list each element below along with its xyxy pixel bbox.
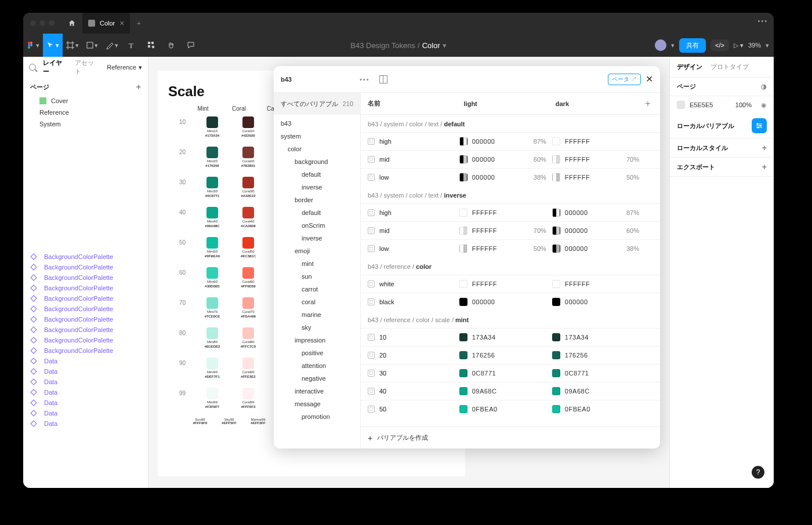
minimize-dot[interactable]: [39, 20, 45, 26]
tree-node[interactable]: sun: [274, 270, 360, 283]
swatch-cell[interactable]: Coral30#A52E22: [239, 177, 258, 198]
variable-row[interactable]: 10173A34173A34: [361, 328, 660, 346]
layer-item[interactable]: BackgroundColorPalette: [23, 304, 148, 314]
visibility-icon[interactable]: [756, 101, 767, 109]
layer-item[interactable]: Data: [23, 398, 148, 408]
variable-row[interactable]: lowFFFFFF50%00000038%: [361, 239, 660, 257]
swatch-cell[interactable]: Coral40#CA3828: [239, 207, 258, 228]
close-modal-button[interactable]: ✕: [646, 74, 653, 85]
add-variable-button[interactable]: +バリアブルを作成: [361, 426, 660, 449]
page-item-reference[interactable]: Reference: [23, 107, 148, 118]
layer-item[interactable]: BackgroundColorPalette: [23, 283, 148, 293]
tree-node[interactable]: message: [274, 398, 360, 410]
variable-row[interactable]: whiteFFFFFFFFFFFF: [361, 275, 660, 293]
layer-item[interactable]: BackgroundColorPalette: [23, 345, 148, 356]
variable-row[interactable]: highFFFFFF00000087%: [361, 203, 660, 221]
tree-node[interactable]: background: [274, 155, 360, 168]
swatch-cell[interactable]: Mint60#30D0B5: [203, 267, 222, 288]
tree-node[interactable]: marine: [274, 308, 360, 321]
group-header[interactable]: b43 / system / color / text / inverse: [361, 186, 660, 203]
tree-node[interactable]: b43: [274, 117, 360, 130]
maximize-dot[interactable]: [49, 20, 55, 26]
tab-color[interactable]: Color ×: [82, 13, 130, 34]
swatch-cell[interactable]: Coral50#EC381C: [239, 237, 258, 258]
variable-row[interactable]: midFFFFFF70%00000060%: [361, 221, 660, 239]
layer-item[interactable]: Data: [23, 377, 148, 387]
tree-node[interactable]: emoji: [274, 245, 360, 257]
layer-item[interactable]: Data: [23, 356, 148, 366]
col-light[interactable]: light: [457, 100, 549, 107]
present-button[interactable]: ▷ ▾: [734, 42, 744, 49]
avatar[interactable]: [655, 39, 666, 51]
col-dark[interactable]: dark: [549, 100, 640, 107]
swatch-cell[interactable]: Mint99#F3F9F7: [203, 388, 222, 409]
pen-tool[interactable]: ▾: [102, 34, 122, 57]
sidebar-toggle-icon[interactable]: [379, 75, 387, 83]
swatch-cell[interactable]: Mint50#0FBEA0: [203, 237, 222, 258]
layers-tab[interactable]: レイヤー: [43, 59, 68, 76]
chevron-down-icon[interactable]: ▾: [671, 42, 675, 49]
swatch-cell[interactable]: Mint90#DEF7F1: [203, 358, 222, 378]
tree-node[interactable]: coral: [274, 296, 360, 308]
swatch-cell[interactable]: Coral80#FFC7C0: [239, 327, 258, 348]
swatch-cell[interactable]: Coral99#FFF0F3: [239, 388, 258, 409]
tree-node[interactable]: mint: [274, 257, 360, 270]
search-icon[interactable]: [29, 64, 36, 71]
layer-item[interactable]: BackgroundColorPalette: [23, 293, 148, 304]
add-page-button[interactable]: +: [136, 82, 141, 92]
add-tab-button[interactable]: +: [130, 13, 147, 34]
tree-node[interactable]: negative: [274, 372, 360, 385]
group-header[interactable]: b43 / system / color / text / default: [361, 115, 660, 132]
prototype-tab[interactable]: プロトタイプ: [710, 63, 749, 71]
dev-mode-button[interactable]: </>: [710, 39, 729, 51]
swatch-cell[interactable]: Mint80#B1EDE2: [203, 327, 222, 348]
close-tab-icon[interactable]: ×: [119, 19, 124, 27]
layer-item[interactable]: BackgroundColorPalette: [23, 262, 148, 272]
variable-row[interactable]: low00000038%FFFFFF50%: [361, 168, 660, 186]
variable-row[interactable]: 300C87710C8771: [361, 364, 660, 382]
tree-node[interactable]: border: [274, 194, 360, 206]
shape-tool[interactable]: ▾: [82, 34, 102, 57]
variable-row[interactable]: black000000000000: [361, 293, 660, 311]
layer-item[interactable]: Data: [23, 387, 148, 398]
layer-item[interactable]: BackgroundColorPalette: [23, 325, 148, 335]
tree-node[interactable]: promotion: [274, 410, 360, 423]
swatch-cell[interactable]: Coral70#FDA499: [239, 297, 258, 318]
layer-item[interactable]: BackgroundColorPalette: [23, 314, 148, 325]
tabs-overflow-icon[interactable]: •••: [757, 17, 768, 24]
layer-item[interactable]: BackgroundColorPalette: [23, 335, 148, 345]
page-item-cover[interactable]: Cover: [23, 95, 148, 107]
add-export-button[interactable]: +: [762, 162, 767, 172]
layer-item[interactable]: BackgroundColorPalette: [23, 272, 148, 283]
frame-tool[interactable]: ▾: [63, 34, 82, 57]
variable-row[interactable]: 20176256176256: [361, 346, 660, 364]
tree-node[interactable]: carrot: [274, 283, 360, 296]
group-header[interactable]: b43 / reference / color: [361, 257, 660, 275]
layer-item[interactable]: Data: [23, 418, 148, 429]
tree-node[interactable]: inverse: [274, 181, 360, 194]
swatch-cell[interactable]: Coral60#FF6D59: [239, 267, 258, 288]
hand-tool[interactable]: [161, 34, 181, 57]
page-background[interactable]: E5E5E5 100%: [670, 96, 774, 114]
page-settings-icon[interactable]: ◑: [761, 83, 767, 90]
group-header[interactable]: b43 / reference / color / scale / mint: [361, 311, 660, 328]
tree-node[interactable]: color: [274, 143, 360, 155]
collection-menu-icon[interactable]: •••: [360, 76, 370, 83]
variables-settings-button[interactable]: [752, 118, 767, 133]
layer-item[interactable]: BackgroundColorPalette: [23, 251, 148, 262]
help-button[interactable]: ?: [752, 466, 764, 479]
variable-row[interactable]: 500FBEA00FBEA0: [361, 400, 660, 418]
swatch-cell[interactable]: Coral10#422020: [239, 116, 258, 137]
tree-node[interactable]: attention: [274, 359, 360, 372]
zoom-level[interactable]: 39%: [748, 42, 761, 49]
design-tab[interactable]: デザイン: [677, 63, 702, 71]
swatch-cell[interactable]: Mint30#0C8771: [203, 177, 222, 198]
layer-item[interactable]: Data: [23, 408, 148, 418]
variable-row[interactable]: 4009A68C09A68C: [361, 382, 660, 400]
page-item-system[interactable]: System: [23, 118, 148, 130]
text-tool[interactable]: T: [122, 34, 142, 57]
move-tool[interactable]: ▾: [43, 34, 63, 57]
tree-node[interactable]: sky: [274, 321, 360, 334]
add-mode-button[interactable]: +: [640, 99, 655, 109]
comment-tool[interactable]: [181, 34, 201, 57]
